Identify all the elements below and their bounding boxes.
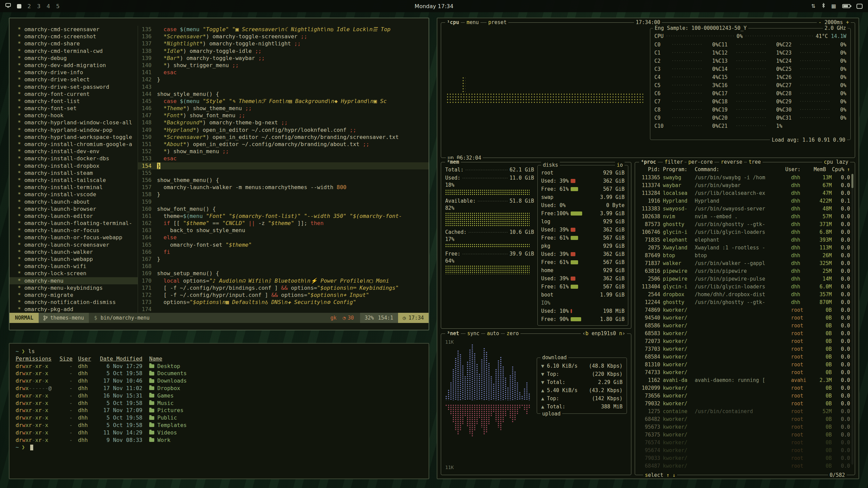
process-row[interactable]: 1275 containe /usr/bin/containerd root 5… xyxy=(638,408,850,415)
workspace-number[interactable]: 4 xyxy=(46,3,50,9)
process-header[interactable]: Pid: Program: Command: User: MemB Cpu% ↑ xyxy=(638,165,850,174)
file-item[interactable]: *omarchy-font-current xyxy=(18,90,138,98)
process-row[interactable]: 102099 kworker/ root 0B 0.0 xyxy=(638,384,850,392)
process-row[interactable]: 74869 kworker/ root 0B 0.0 xyxy=(638,306,850,314)
process-row[interactable]: 87573 ghostty /usr/bin/ghostty --gtk- dh… xyxy=(638,221,850,228)
file-item[interactable]: *omarchy-launch-screensaver xyxy=(18,241,138,248)
file-item[interactable]: *omarchy-dev-add-migration xyxy=(18,62,138,69)
process-row[interactable]: 68584 kworker/ root 0B 0.0 xyxy=(638,353,850,361)
file-item[interactable]: *omarchy-launch-walker xyxy=(18,248,138,256)
filter-button[interactable]: filter xyxy=(663,159,685,165)
dir-name[interactable]: Templates xyxy=(149,422,187,429)
io-toggle[interactable]: io xyxy=(615,162,625,168)
workspace-number[interactable]: 3 xyxy=(37,3,40,9)
dir-name[interactable]: Pictures xyxy=(149,407,183,414)
select-hint[interactable]: select ↑ ↓ xyxy=(643,472,677,478)
file-item[interactable]: *omarchy-notification-dismiss xyxy=(18,299,138,306)
file-item[interactable]: *omarchy-install-dev-env xyxy=(18,148,138,155)
battery-icon[interactable] xyxy=(842,4,850,8)
process-row[interactable]: 74733 kworker/ root 0B 0.0 xyxy=(638,369,850,377)
sync-button[interactable]: sync xyxy=(466,330,481,337)
file-item[interactable]: *omarchy-launch-webapp xyxy=(18,256,138,263)
file-item[interactable]: *omarchy-install-chromium-google-a xyxy=(18,141,138,148)
app-icon[interactable] xyxy=(5,3,11,9)
process-row[interactable]: 102638 nvim nvim --embed . dhh 57M 0.0 xyxy=(638,213,850,221)
network-icon[interactable]: ⇅ xyxy=(811,3,815,9)
dir-name[interactable]: Dropbox xyxy=(149,385,180,392)
file-item[interactable]: *omarchy-hyprland-window-close-all xyxy=(18,119,138,126)
process-row[interactable]: 63816 pipewire /usr/bin/pipewire dhh 25M… xyxy=(638,267,850,275)
zero-button[interactable]: zero xyxy=(505,330,520,337)
process-row[interactable]: 81310 kworker/ root 0B 0.0 xyxy=(638,361,850,369)
process-row[interactable]: 1916 Hyprland Hyprland dhh 422M 0.1 xyxy=(638,197,850,205)
menu-button[interactable]: menu xyxy=(465,19,480,25)
process-row[interactable]: 68487 kworker/ root 0B 0.0 xyxy=(638,462,850,470)
process-row[interactable]: 72073 kworker/ root 0B 0.0 xyxy=(638,338,850,345)
dir-name[interactable]: Downloads xyxy=(149,377,187,385)
process-row[interactable]: 12244 ghostty /usr/bin/ghostty --gtk- dh… xyxy=(638,299,850,306)
file-item[interactable]: *omarchy-hyprland-workspace-toggle xyxy=(18,134,138,141)
process-row[interactable]: 2506 pipewire /usr/bin/pipewire-pulse dh… xyxy=(638,275,850,283)
code-editor[interactable]: 135 case $(menu "Toggle" "▣ Screensaver\… xyxy=(138,26,429,313)
process-row[interactable]: 68586 kworker/ root 0B 0.0 xyxy=(638,322,850,330)
file-item[interactable]: *omarchy-cmd-screenshot xyxy=(18,33,138,40)
process-row[interactable]: 79032 kworker/ root 0B 0.0 xyxy=(638,400,850,408)
process-row[interactable]: 113404 glycin-i /usr/lib/glycin-loaders … xyxy=(638,283,850,291)
file-item[interactable]: *omarchy-launch-editor xyxy=(18,212,138,220)
file-item[interactable]: *omarchy-hook xyxy=(18,112,138,119)
file-item[interactable]: *omarchy-install-vscode xyxy=(18,191,138,198)
bluetooth-icon[interactable] xyxy=(822,3,825,9)
file-item[interactable]: *omarchy-cmd-terminal-cwd xyxy=(18,47,138,55)
process-row[interactable]: 113374 waybar /usr/bin/waybar dhh 67M 0.… xyxy=(638,182,850,189)
workspace-active-indicator[interactable] xyxy=(17,4,21,8)
process-row[interactable]: 76574 kworker/ root 0B 0.0 xyxy=(638,439,850,447)
workspace-number[interactable]: 5 xyxy=(56,3,60,9)
file-item[interactable]: *omarchy-launch-or-focus-webapp xyxy=(18,234,138,241)
file-item[interactable]: *omarchy-cmd-screensaver xyxy=(18,26,138,33)
process-row[interactable]: 79033 kworker/ root 0B 0.0 xyxy=(638,454,850,462)
file-item[interactable]: *omarchy-menu xyxy=(9,277,138,284)
dir-name[interactable]: Desktop xyxy=(149,363,180,370)
process-row[interactable]: 73703 kworker/ root 0B 0.0 xyxy=(638,345,850,353)
file-item[interactable]: *omarchy-launch-or-focus xyxy=(18,227,138,234)
file-item[interactable]: *omarchy-menu-keybindings xyxy=(18,284,138,291)
file-item[interactable]: *omarchy-font-list xyxy=(18,98,138,105)
process-row[interactable]: 95673 kworker/ root 0B 0.0 xyxy=(638,423,850,431)
file-item[interactable]: *omarchy-debug xyxy=(18,55,138,62)
preset-button[interactable]: preset xyxy=(487,19,508,25)
file-item[interactable]: *omarchy-cmd-share xyxy=(18,40,138,47)
apps-grid-icon[interactable]: ▦ xyxy=(831,3,836,9)
file-item[interactable]: *omarchy-launch-floating-terminal- xyxy=(18,220,138,227)
file-item[interactable]: *omarchy-launch-wifi xyxy=(18,263,138,270)
tree-button[interactable]: tree xyxy=(747,159,763,165)
dir-name[interactable]: Games xyxy=(149,392,174,400)
dir-name[interactable]: Music xyxy=(149,400,174,407)
process-row[interactable]: 68482 kworker/ root 0B 0.0 xyxy=(638,415,850,423)
process-row[interactable]: 95674 kworker/ root 0B 0.0 xyxy=(638,447,850,454)
file-item[interactable]: *omarchy-pkg-add xyxy=(18,306,138,313)
process-row[interactable]: 87649 btop btop dhh 26M 0.0 xyxy=(638,252,850,260)
file-item[interactable]: *omarchy-launch-browser xyxy=(18,205,138,212)
process-row[interactable]: 2544 dropbox /home/dhh/.dropbox-dist dhh… xyxy=(638,291,850,299)
process-row[interactable]: 73656 kworker/ root 0B 0.0 xyxy=(638,392,850,400)
refresh-interval[interactable]: - 2000ms + xyxy=(817,19,851,25)
process-row[interactable]: 76375 kworker/ root 0B 0.0 xyxy=(638,431,850,439)
file-item[interactable]: *omarchy-install-tailscale xyxy=(18,177,138,184)
file-item[interactable]: *omarchy-drive-set-password xyxy=(18,83,138,90)
process-scrollbar[interactable] xyxy=(851,174,853,465)
file-item[interactable]: *omarchy-install-terminal xyxy=(18,184,138,191)
dir-name[interactable]: Public xyxy=(149,414,177,422)
file-item[interactable]: *omarchy-drive-select xyxy=(18,76,138,83)
file-item[interactable]: *omarchy-install-docker-dbs xyxy=(18,155,138,162)
sort-column-selector[interactable]: cpu lazy xyxy=(822,159,850,165)
process-row[interactable]: 71837 walker /usr/bin/walker --gappl dhh… xyxy=(638,260,850,267)
process-row[interactable]: 113284 localsea /usr/lib/localsearch-ex … xyxy=(638,189,850,197)
process-row[interactable]: 113365 swaybg /usr/bin/swaybg -i /hom dh… xyxy=(638,174,850,182)
interface-selector[interactable]: ‹b enp191s0 n› xyxy=(581,330,627,337)
process-row[interactable]: 1162 avahi-da avahi-daemon: running [ av… xyxy=(638,377,850,384)
process-row[interactable]: 68583 kworker/ root 0B 0.0 xyxy=(638,330,850,338)
capture-icon[interactable] xyxy=(856,4,863,9)
per-core-button[interactable]: per-core xyxy=(687,159,714,165)
auto-button[interactable]: auto xyxy=(485,330,501,337)
file-item[interactable]: *omarchy-lock-screen xyxy=(18,270,138,277)
